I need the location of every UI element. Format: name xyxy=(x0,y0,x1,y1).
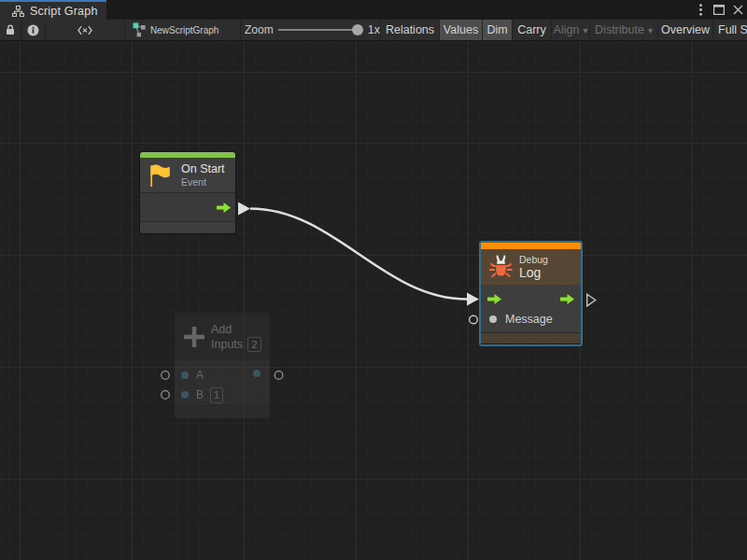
port-a-dot[interactable] xyxy=(181,371,189,379)
connections-layer xyxy=(0,41,747,560)
lock-button[interactable] xyxy=(0,20,21,40)
connection-wire xyxy=(250,209,467,300)
zoom-value: 1x xyxy=(368,23,380,36)
node-subtitle: Inputs xyxy=(211,337,243,352)
port-b-label: B xyxy=(196,388,204,401)
toolbar-button-distribute[interactable]: Distribute ▾ xyxy=(590,20,657,40)
add-a-port-marker xyxy=(162,371,170,380)
chevron-down-icon: ▾ xyxy=(583,25,587,35)
debug-exit-port-marker xyxy=(587,294,596,306)
info-icon xyxy=(27,24,39,36)
add-sum-port-marker xyxy=(275,371,283,380)
message-value-port[interactable] xyxy=(489,315,497,323)
button-label: Carry xyxy=(517,23,546,36)
zoom-slider[interactable] xyxy=(278,29,361,31)
zoom-control: Zoom 1x xyxy=(241,20,380,40)
wire-end-arrow xyxy=(467,293,479,306)
chevron-down-icon: ▾ xyxy=(648,25,653,35)
script-graph-icon xyxy=(12,6,24,17)
window-controls xyxy=(691,0,747,20)
message-port-label: Message xyxy=(505,313,553,326)
graph-nodes-icon xyxy=(133,22,146,38)
maximize-icon xyxy=(713,5,725,15)
close-button[interactable] xyxy=(728,0,747,20)
node-on-start[interactable]: On Start Event xyxy=(140,152,235,233)
graph-canvas[interactable]: On Start Event xyxy=(0,41,747,560)
node-subtitle: Event xyxy=(181,176,225,188)
debug-message-port-marker xyxy=(470,315,478,324)
control-input-port[interactable] xyxy=(487,294,501,304)
inputs-count-field[interactable]: 2 xyxy=(247,337,261,352)
button-label: Full Screen xyxy=(718,23,747,36)
toolbar-button-values[interactable]: Values xyxy=(440,20,482,40)
node-title: On Start xyxy=(181,162,225,176)
toolbar-button-align[interactable]: Align ▾ xyxy=(552,20,589,40)
node-footer xyxy=(140,222,235,232)
port-a-label: A xyxy=(196,369,204,382)
lock-icon xyxy=(5,24,16,35)
button-label: Align xyxy=(554,23,580,36)
toolbar-button-overview[interactable]: Overview xyxy=(658,20,712,40)
zoom-slider-handle[interactable] xyxy=(352,24,363,35)
port-b-value-field[interactable]: 1 xyxy=(210,387,223,403)
toolbar-button-fullscreen[interactable]: Full Screen xyxy=(713,20,747,40)
script-graph-window: Script Graph xyxy=(0,0,747,560)
window-menu-button[interactable] xyxy=(691,0,710,20)
control-output-port[interactable] xyxy=(560,294,574,304)
edit-source-button[interactable] xyxy=(46,20,124,40)
add-b-port-marker xyxy=(162,391,170,399)
toolbar-button-carry[interactable]: Carry xyxy=(513,20,551,40)
plus-icon xyxy=(182,325,206,349)
node-title: Log xyxy=(519,266,548,280)
info-button[interactable] xyxy=(21,20,45,40)
title-bar: Script Graph xyxy=(0,0,747,20)
sum-output-dot[interactable] xyxy=(253,370,261,377)
button-label: Distribute xyxy=(595,23,644,36)
port-b-dot[interactable] xyxy=(181,391,189,399)
bug-icon xyxy=(488,254,514,279)
graph-name-button[interactable]: NewScriptGraph xyxy=(125,20,240,40)
node-footer xyxy=(481,332,581,343)
button-label: Dim xyxy=(486,23,507,36)
node-title: Add xyxy=(211,322,232,337)
node-surtitle: Debug xyxy=(519,254,548,266)
wire-start-arrow xyxy=(238,203,250,216)
zoom-label: Zoom xyxy=(245,23,274,36)
flag-icon xyxy=(148,163,172,188)
button-label: Values xyxy=(444,23,478,36)
graph-toolbar: NewScriptGraph Zoom 1x Relations Values … xyxy=(0,20,747,41)
debug-color-strip xyxy=(481,243,581,249)
graph-name: NewScriptGraph xyxy=(150,25,218,35)
toolbar-button-dim[interactable]: Dim xyxy=(483,20,512,40)
button-label: Overview xyxy=(661,23,710,36)
close-icon xyxy=(733,5,743,15)
tab-script-graph[interactable]: Script Graph xyxy=(0,0,106,20)
node-debug-log[interactable]: Debug Log Message xyxy=(479,241,583,346)
node-add[interactable]: Add Inputs 2 A B 1 xyxy=(175,313,270,418)
button-label: Relations xyxy=(386,23,434,36)
tab-label: Script Graph xyxy=(30,5,98,18)
port-row-b: B 1 xyxy=(175,385,270,405)
code-icon xyxy=(78,25,92,35)
control-output-port[interactable] xyxy=(217,203,231,213)
kebab-menu-icon xyxy=(699,4,702,16)
toolbar-button-relations[interactable]: Relations xyxy=(381,20,439,40)
node-footer xyxy=(175,405,270,418)
maximize-button[interactable] xyxy=(710,0,728,20)
